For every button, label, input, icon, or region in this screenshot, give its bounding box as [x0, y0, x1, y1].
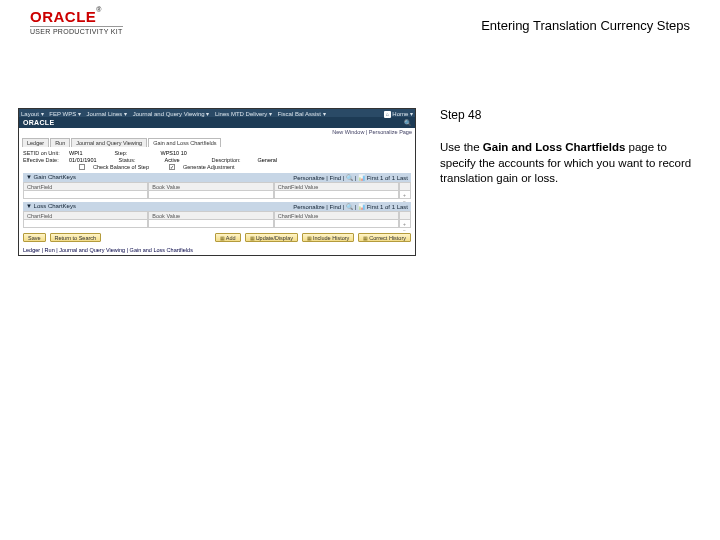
cell-bookvalue[interactable] [148, 220, 273, 228]
col-cfvalue: ChartField Value [274, 212, 399, 220]
oracle-logo: ORACLE® [30, 8, 123, 25]
loss-panel-title[interactable]: ▼ Loss ChartKeys [26, 203, 76, 210]
history-button[interactable]: Include History [302, 233, 354, 242]
tab-gain-loss-chartfields[interactable]: Gain and Loss Chartfields [148, 138, 221, 147]
checkbox-balance-label: Check Balance of Step [93, 164, 149, 170]
checkbox-adjustment[interactable]: ✓ [169, 164, 175, 170]
col-chartfield: ChartField [23, 183, 148, 191]
cell-chartfield[interactable] [23, 191, 148, 199]
brand-block: ORACLE® USER PRODUCTIVITY KIT [30, 8, 123, 35]
update-button[interactable]: Update/Display [245, 233, 298, 242]
step-field-value: WPS10 10 [160, 150, 186, 156]
gain-panel-toolbar[interactable]: Personalize | Find | 🔍 | 📊 First 1 of 1 … [293, 174, 408, 181]
col-actions [399, 212, 411, 220]
col-chartfield: ChartField [23, 212, 148, 220]
nav-item[interactable]: Fiscal Bal Assist ▾ [278, 111, 326, 117]
tab-ledger[interactable]: Ledger [22, 138, 49, 147]
step-label: Step 48 [440, 108, 700, 122]
correct-button[interactable]: Correct History [358, 233, 411, 242]
nav-item[interactable]: FEP WPS ▾ [49, 111, 81, 117]
nav-home[interactable]: ⌂ Home ▾ [384, 110, 413, 116]
home-icon: ⌂ [384, 111, 391, 118]
app-band: ORACLE 🔍 [19, 117, 415, 128]
effdate-value: 01/01/1901 [69, 157, 97, 163]
save-button[interactable]: Save [23, 233, 46, 242]
breadcrumb[interactable]: Ledger | Run | Journal and Query Viewing… [19, 245, 415, 255]
col-cfvalue: ChartField Value [274, 183, 399, 191]
col-bookvalue: Book Value [148, 212, 273, 220]
app-screenshot: Layout ▾ FEP WPS ▾ Journal Lines ▾ Journ… [18, 108, 416, 256]
global-nav: Layout ▾ FEP WPS ▾ Journal Lines ▾ Journ… [19, 109, 415, 117]
nav-item[interactable]: Layout ▾ [21, 111, 44, 117]
nav-home-label: Home ▾ [392, 111, 413, 117]
nav-item[interactable]: Journal Lines ▾ [87, 111, 127, 117]
page-links[interactable]: New Window | Personalize Page [19, 128, 415, 136]
status-label: Status: [119, 157, 159, 163]
tab-journal-query[interactable]: Journal and Query Viewing [71, 138, 147, 147]
checkbox-balance[interactable] [79, 164, 85, 170]
setid-label: SETID on Unit: [23, 150, 63, 156]
page-tabs: Ledger Run Journal and Query Viewing Gai… [19, 136, 415, 147]
instr-pre: Use the [440, 141, 483, 153]
cell-chartfield[interactable] [23, 220, 148, 228]
action-buttons: Save Return to Search Add Update/Display… [19, 230, 415, 245]
cell-cfvalue[interactable] [274, 191, 399, 199]
gain-grid: ChartField Book Value ChartField Value +… [23, 182, 411, 199]
row-add-remove[interactable]: + − [399, 220, 411, 228]
gain-panel-header: ▼ Gain ChartKeys Personalize | Find | 🔍 … [23, 173, 411, 182]
tab-run[interactable]: Run [50, 138, 70, 147]
global-nav-items: Layout ▾ FEP WPS ▾ Journal Lines ▾ Journ… [21, 110, 330, 116]
table-row: + − [23, 191, 411, 199]
gain-panel-title[interactable]: ▼ Gain ChartKeys [26, 174, 76, 181]
status-value: Active [165, 157, 180, 163]
col-bookvalue: Book Value [148, 183, 273, 191]
instr-bold: Gain and Loss Chartfields [483, 141, 626, 153]
col-actions [399, 183, 411, 191]
table-row: + − [23, 220, 411, 228]
search-icon[interactable]: 🔍 [404, 119, 411, 126]
app-brand: ORACLE [23, 119, 54, 126]
doc-title: Entering Translation Currency Steps [481, 18, 690, 33]
nav-item[interactable]: Journal and Query Viewing ▾ [133, 111, 210, 117]
loss-panel-header: ▼ Loss ChartKeys Personalize | Find | 🔍 … [23, 202, 411, 211]
oracle-logo-text: ORACLE [30, 8, 96, 25]
row-add-remove[interactable]: + − [399, 191, 411, 199]
product-subtitle: USER PRODUCTIVITY KIT [30, 26, 123, 35]
loss-grid: ChartField Book Value ChartField Value +… [23, 211, 411, 228]
nav-item[interactable]: Lines MTD Delivery ▾ [215, 111, 272, 117]
add-button[interactable]: Add [215, 233, 241, 242]
checkbox-adjustment-label: Generate Adjustment [183, 164, 235, 170]
loss-panel-toolbar[interactable]: Personalize | Find | 🔍 | 📊 First 1 of 1 … [293, 203, 408, 210]
trademark: ® [96, 6, 102, 13]
desc-label: Description: [212, 157, 252, 163]
cell-cfvalue[interactable] [274, 220, 399, 228]
cell-bookvalue[interactable] [148, 191, 273, 199]
step-instruction: Use the Gain and Loss Chartfields page t… [440, 140, 700, 187]
step-field-label: Step: [114, 150, 154, 156]
effdate-label: Effective Date: [23, 157, 63, 163]
desc-value: General [258, 157, 278, 163]
setid-value: WPI1 [69, 150, 82, 156]
return-button[interactable]: Return to Search [50, 233, 102, 242]
